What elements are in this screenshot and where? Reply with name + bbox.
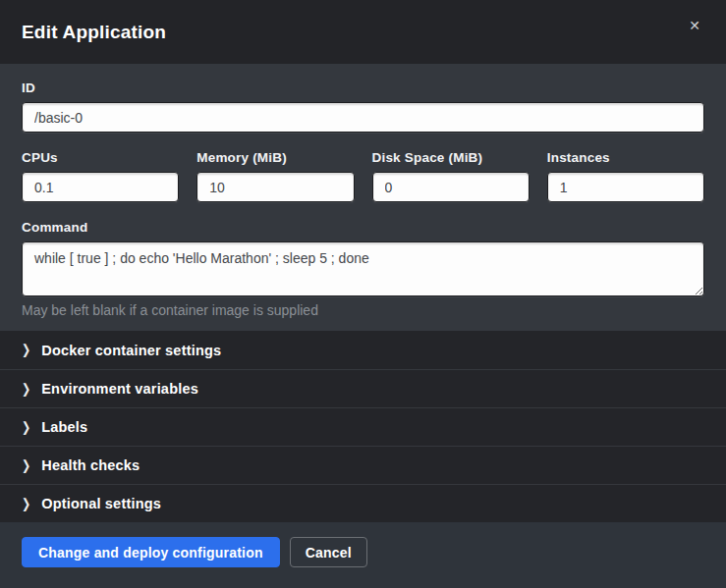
change-and-deploy-button[interactable]: Change and deploy configuration (22, 537, 280, 567)
section-optional-settings[interactable]: ❯ Optional settings (0, 484, 726, 522)
memory-label: Memory (MiB) (196, 150, 354, 165)
section-health-checks[interactable]: ❯ Health checks (0, 446, 726, 484)
chevron-right-icon: ❯ (22, 497, 30, 510)
section-environment-variables[interactable]: ❯ Environment variables (0, 369, 726, 407)
form-body: ID CPUs Memory (MiB) Disk Space (MiB) In… (0, 64, 726, 331)
close-button[interactable]: ✕ (685, 15, 704, 36)
instances-label: Instances (547, 150, 704, 165)
instances-input[interactable] (547, 172, 704, 202)
edit-application-modal: Edit Application ✕ ID CPUs Memory (MiB) … (0, 0, 726, 588)
section-label: Environment variables (41, 381, 198, 397)
chevron-right-icon: ❯ (22, 458, 30, 472)
section-label: Health checks (41, 457, 140, 473)
disk-input[interactable] (372, 172, 530, 202)
modal-footer: Change and deploy configuration Cancel (0, 522, 726, 588)
cpus-label: CPUs (22, 150, 179, 165)
modal-title: Edit Application (22, 22, 166, 43)
close-icon: ✕ (689, 18, 700, 33)
command-field-group: Command while [ true ] ; do echo 'Hello … (22, 220, 704, 318)
command-label: Command (22, 220, 704, 235)
memory-field-group: Memory (MiB) (196, 150, 354, 202)
cancel-button[interactable]: Cancel (290, 537, 367, 567)
resources-row: CPUs Memory (MiB) Disk Space (MiB) Insta… (22, 150, 704, 202)
cpus-field-group: CPUs (22, 150, 179, 202)
chevron-right-icon: ❯ (22, 344, 30, 357)
section-label: Labels (41, 419, 87, 435)
command-help-text: May be left blank if a container image i… (22, 302, 704, 318)
command-textarea[interactable]: while [ true ] ; do echo 'Hello Marathon… (22, 241, 704, 296)
disk-field-group: Disk Space (MiB) (372, 150, 530, 202)
modal-header: Edit Application ✕ (0, 0, 726, 64)
section-docker-container-settings[interactable]: ❯ Docker container settings (0, 331, 726, 369)
section-labels[interactable]: ❯ Labels (0, 407, 726, 446)
accordion-sections: ❯ Docker container settings ❯ Environmen… (0, 331, 726, 522)
chevron-right-icon: ❯ (22, 382, 30, 396)
id-field-group: ID (22, 80, 704, 133)
section-label: Docker container settings (41, 343, 221, 358)
cpus-input[interactable] (22, 172, 179, 202)
disk-label: Disk Space (MiB) (372, 150, 530, 165)
chevron-right-icon: ❯ (22, 420, 30, 434)
section-label: Optional settings (41, 496, 161, 511)
id-label: ID (22, 80, 704, 95)
memory-input[interactable] (196, 172, 354, 202)
id-input[interactable] (22, 102, 704, 133)
instances-field-group: Instances (547, 150, 704, 202)
